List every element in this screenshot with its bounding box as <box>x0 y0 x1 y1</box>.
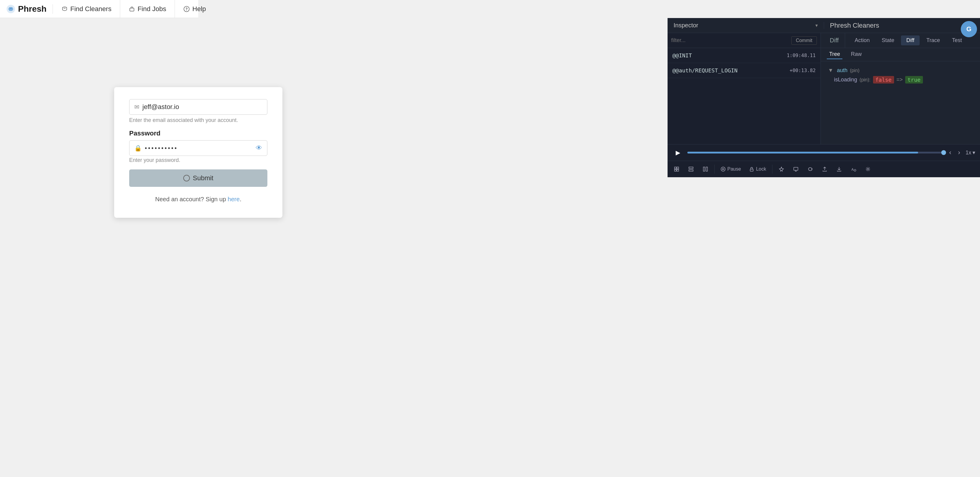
submit-spinner <box>183 175 190 181</box>
download-icon <box>837 166 842 172</box>
progress-track[interactable] <box>687 152 943 154</box>
settings-button[interactable] <box>861 164 875 175</box>
download-button[interactable] <box>832 164 846 175</box>
svg-rect-1 <box>130 8 134 11</box>
password-input[interactable] <box>145 145 253 152</box>
svg-rect-9 <box>689 170 693 171</box>
grid2-icon <box>688 166 694 172</box>
log-entry-init[interactable]: @@INIT 1:09:48.11 <box>668 48 821 63</box>
nav-link-find-cleaners[interactable]: Find Cleaners <box>53 0 120 18</box>
pause-button[interactable]: Pause <box>717 164 745 175</box>
lock-field-icon: 🔒 <box>134 145 142 152</box>
signup-link[interactable]: here <box>228 196 240 202</box>
refresh-icon <box>808 166 813 172</box>
speed-value: 1x <box>966 149 971 156</box>
phresh-title-section: Phresh Cleaners ▾ <box>824 22 980 29</box>
tab-tree[interactable]: Tree <box>827 50 842 59</box>
filter-bar: Commit <box>668 33 821 48</box>
tab-bar: Diff Action State Diff Trace Test <box>821 33 980 48</box>
find-jobs-label: Find Jobs <box>138 5 166 13</box>
eye-icon[interactable]: 👁 <box>256 144 262 152</box>
diff-isloading-key: isLoading <box>834 76 857 83</box>
help-icon <box>183 6 190 12</box>
inspector-panel: Inspector ▾ Phresh Cleaners ▾ Commit @@I… <box>668 18 980 177</box>
email-field-wrapper: ✉ jeff@astor.io <box>129 99 267 115</box>
diff-isloading-row: isLoading (pin): false => true <box>834 76 973 84</box>
diff-auth-row: ▼ auth (pin) <box>828 67 973 73</box>
svg-point-3 <box>186 10 187 11</box>
logo-text: Phresh <box>18 4 46 14</box>
nav-link-find-jobs[interactable]: Find Jobs <box>120 0 175 18</box>
svg-rect-14 <box>724 168 724 170</box>
svg-text:A: A <box>851 168 854 171</box>
content-tabs: Tree Raw <box>821 48 980 61</box>
password-field-group: Password 🔒 👁 Enter your password. <box>129 129 267 164</box>
main-content: Inspector ▾ Phresh Cleaners ▾ Commit @@I… <box>0 18 980 477</box>
diff-auth-key: auth <box>837 67 848 73</box>
avatar-initial: G <box>966 25 971 33</box>
toolbar-grid1-button[interactable] <box>670 164 683 175</box>
tab-action[interactable]: Action <box>849 35 875 45</box>
diff-false-badge: false <box>873 76 894 84</box>
top-nav: Phresh Find Cleaners Find Jobs Help <box>0 0 198 18</box>
toolbar-grid2-button[interactable] <box>684 164 698 175</box>
find-cleaners-label: Find Cleaners <box>70 5 111 13</box>
diff-auth-pin: (pin) <box>850 68 859 73</box>
settings-icon <box>865 166 871 172</box>
user-avatar[interactable]: G <box>961 21 977 37</box>
signup-row: Need an account? Sign up here. <box>129 196 267 203</box>
upload-button[interactable] <box>818 164 831 175</box>
log-entry-request-login[interactable]: @@auth/REQUEST_LOGIN +00:13.82 <box>668 63 821 78</box>
inspector-dropdown-icon[interactable]: ▾ <box>815 22 818 28</box>
email-value: jeff@astor.io <box>142 103 179 111</box>
filter-input[interactable] <box>671 37 789 44</box>
prev-button[interactable]: ‹ <box>948 149 952 156</box>
pause-icon <box>721 167 725 172</box>
password-label: Password <box>129 129 267 137</box>
password-field-wrapper: 🔒 👁 <box>129 140 267 156</box>
nav-logo[interactable]: Phresh <box>6 4 53 14</box>
refresh-button[interactable] <box>803 164 817 175</box>
speed-dropdown-icon: ▾ <box>972 149 975 156</box>
pin-button[interactable] <box>775 164 788 175</box>
monitor-button[interactable] <box>789 164 802 175</box>
svg-rect-16 <box>794 167 798 170</box>
lock-icon <box>749 167 754 172</box>
progress-thumb[interactable] <box>941 150 946 155</box>
submit-button[interactable]: Submit <box>129 169 267 187</box>
phresh-app-title: Phresh Cleaners <box>830 22 879 29</box>
lock-button[interactable]: Lock <box>746 164 770 175</box>
tab-diff[interactable]: Diff <box>901 35 920 45</box>
svg-point-18 <box>854 169 856 171</box>
tab-raw[interactable]: Raw <box>848 50 864 59</box>
text-settings-button[interactable]: A <box>847 164 860 175</box>
svg-rect-4 <box>675 167 676 169</box>
svg-rect-15 <box>750 169 753 171</box>
grid1-icon <box>674 166 679 172</box>
log-entry-name-init: @@INIT <box>672 52 692 59</box>
tab-state[interactable]: State <box>877 35 900 45</box>
tab-test[interactable]: Test <box>947 35 967 45</box>
diff-content: ▼ auth (pin) isLoading (pin): false => t… <box>821 61 980 144</box>
diff-label: Diff <box>824 33 845 48</box>
tab-trace[interactable]: Trace <box>921 35 945 45</box>
commit-button[interactable]: Commit <box>791 37 817 45</box>
signup-text: Need an account? Sign up <box>155 196 228 202</box>
logo-icon <box>6 4 16 14</box>
speed-control[interactable]: 1x ▾ <box>966 149 975 156</box>
lock-label: Lock <box>756 166 766 172</box>
toolbar-grid3-button[interactable] <box>699 164 712 175</box>
email-icon: ✉ <box>134 103 139 111</box>
password-hint: Enter your password. <box>129 157 267 164</box>
login-card: ✉ jeff@astor.io Enter the email associat… <box>114 87 282 218</box>
svg-rect-11 <box>706 167 708 171</box>
email-field-group: ✉ jeff@astor.io Enter the email associat… <box>129 99 267 124</box>
diff-arrow: => <box>896 76 903 83</box>
next-button[interactable]: › <box>957 149 961 156</box>
svg-rect-13 <box>722 168 723 170</box>
diff-panel: Diff Action State Diff Trace Test Tree R… <box>821 33 980 144</box>
inspector-header: Inspector ▾ Phresh Cleaners ▾ <box>668 18 980 33</box>
nav-link-help[interactable]: Help <box>175 0 214 18</box>
play-button[interactable]: ▶ <box>672 147 683 158</box>
grid3-icon <box>703 166 708 172</box>
